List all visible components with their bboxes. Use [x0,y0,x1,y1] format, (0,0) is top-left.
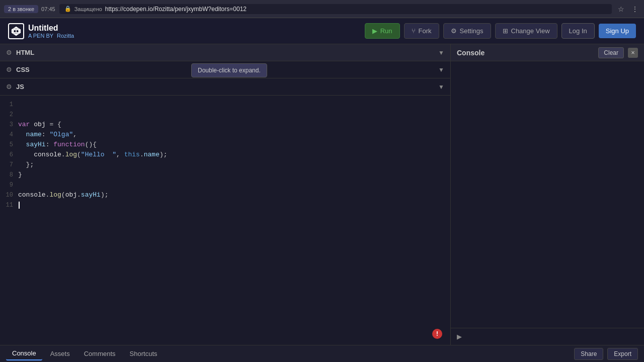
css-panel-label: CSS [16,66,434,73]
js-chevron-icon[interactable]: ▼ [438,83,444,90]
codepen-header: Untitled A PEN BY Rozitta ▶ Run ⑂ Fork ⚙… [0,18,644,44]
view-icon: ⊞ [503,27,508,35]
code-line: 8 } [0,170,450,180]
pen-author-link[interactable]: Rozitta [57,33,74,39]
editor-area: ⚙ HTML ▼ Double-click to expand. ⚙ CSS ▼… [0,44,644,345]
codepen-logo[interactable] [8,23,24,39]
console-header: Console Clear × [451,44,644,61]
js-panel-label: JS [16,83,434,90]
export-button[interactable]: Export [607,348,638,360]
bottom-actions: Share Export [574,348,638,360]
console-arrow-icon[interactable]: ▶ [457,333,462,340]
bottom-bar: Console Assets Comments Shortcuts Share … [0,345,644,362]
js-code-editor[interactable]: 1 2 3 var obj = { 4 name: "Olga", 5 sa [0,96,450,345]
signup-button[interactable]: Sign Up [599,24,636,38]
browser-notification: 2 в звонке [4,5,38,13]
pen-info: Untitled A PEN BY Rozitta [28,24,74,39]
lock-icon: 🔒 [64,6,71,12]
error-indicator: ! [432,329,442,339]
run-icon: ▶ [372,27,377,35]
login-button[interactable]: Log In [561,23,595,39]
browser-chrome: 2 в звонке 07:45 🔒 Защищено https://code… [0,0,644,18]
code-line: 7 }; [0,160,450,170]
browser-time: 07:45 [41,6,55,12]
bottom-tab-shortcuts[interactable]: Shortcuts [124,347,164,360]
code-line: 6 console.log("Hello ", this.name); [0,150,450,160]
bottom-tab-assets[interactable]: Assets [44,347,76,360]
code-line: 3 var obj = { [0,120,450,130]
star-icon[interactable]: ☆ [616,4,626,14]
pen-author: A PEN BY Rozitta [28,33,74,39]
css-chevron-icon[interactable]: ▼ [438,66,444,73]
browser-url-bar[interactable]: 🔒 Защищено https://codepen.io/Rozitta/pe… [59,4,612,14]
browser-left: 2 в звонке 07:45 [4,5,55,13]
browser-menu-icon[interactable]: ⋮ [630,4,640,14]
run-button[interactable]: ▶ Run [365,23,400,39]
left-panels: ⚙ HTML ▼ Double-click to expand. ⚙ CSS ▼… [0,44,451,345]
code-line: 11 [0,200,450,210]
fork-button[interactable]: ⑂ Fork [404,23,439,39]
html-gear-icon[interactable]: ⚙ [6,49,12,56]
url-text: https://codepen.io/Rozitta/pen/jxymbW?ed… [105,6,247,13]
html-panel-header[interactable]: ⚙ HTML ▼ Double-click to expand. [0,44,450,61]
settings-button[interactable]: ⚙ Settings [443,23,491,39]
console-title: Console [457,49,594,57]
css-gear-icon[interactable]: ⚙ [6,66,12,73]
bottom-tab-console[interactable]: Console [6,347,42,360]
logo-area: Untitled A PEN BY Rozitta [8,23,365,39]
right-console: Console Clear × ▶ [451,44,644,345]
js-gear-icon[interactable]: ⚙ [6,83,12,90]
console-clear-button[interactable]: Clear [598,47,624,58]
console-close-button[interactable]: × [628,48,638,58]
js-panel-header[interactable]: ⚙ JS ▼ [0,78,450,96]
code-line: 2 [0,110,450,120]
share-button[interactable]: Share [574,348,603,360]
fork-icon: ⑂ [412,27,416,35]
header-actions: ▶ Run ⑂ Fork ⚙ Settings ⊞ Change View Lo… [365,23,636,39]
code-line: 5 sayHi: function(){ [0,140,450,150]
code-line: 4 name: "Olga", [0,130,450,140]
code-line: 1 [0,100,450,110]
code-line: 10 console.log(obj.sayHi); [0,190,450,200]
html-chevron-icon[interactable]: ▼ [438,49,444,56]
html-panel-label: HTML [16,49,434,56]
browser-actions: ☆ ⋮ [616,4,640,14]
gear-icon: ⚙ [451,27,457,35]
secure-text: Защищено [74,6,102,12]
bottom-tab-comments[interactable]: Comments [78,347,122,360]
code-line: 9 [0,180,450,190]
css-panel-header[interactable]: ⚙ CSS ▼ [0,61,450,78]
change-view-button[interactable]: ⊞ Change View [495,23,557,39]
console-body [451,61,644,345]
pen-title: Untitled [28,24,74,33]
console-prompt-area[interactable]: ▶ [451,328,644,345]
